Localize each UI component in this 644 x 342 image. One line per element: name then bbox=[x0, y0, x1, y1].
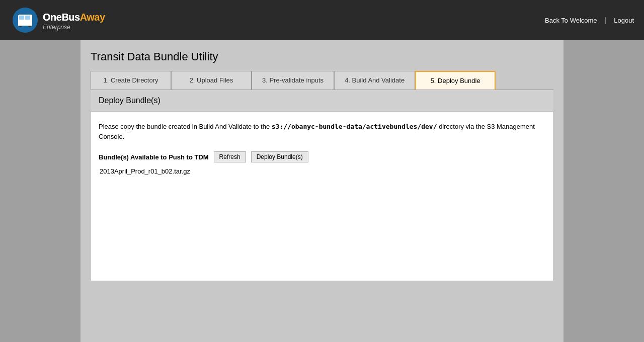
header-nav: Back To Welcome | Logout bbox=[545, 16, 634, 24]
svg-rect-3 bbox=[25, 16, 30, 20]
bundle-section: Bundle(s) Available to Push to TDM Refre… bbox=[99, 151, 545, 162]
logo-svg: OneBus OneBusAway Enterprise bbox=[10, 7, 111, 34]
panel-title: Deploy Bundle(s) bbox=[99, 96, 160, 105]
tab-deploy-bundle[interactable]: 5. Deploy Bundle bbox=[415, 71, 496, 90]
logout-link[interactable]: Logout bbox=[614, 17, 634, 24]
tabs-container: 1. Create Directory 2. Upload Files 3. P… bbox=[91, 71, 553, 90]
svg-text:Enterprise: Enterprise bbox=[43, 24, 70, 31]
main-container: Transit Data Bundle Utility 1. Create Di… bbox=[80, 40, 564, 342]
svg-rect-6 bbox=[18, 23, 32, 26]
bundle-section-label: Bundle(s) Available to Push to TDM bbox=[99, 153, 209, 161]
svg-rect-2 bbox=[19, 16, 24, 20]
back-to-welcome-link[interactable]: Back To Welcome bbox=[545, 17, 597, 24]
tab-pre-validate[interactable]: 3. Pre-validate inputs bbox=[252, 71, 334, 90]
tab-build-validate[interactable]: 4. Build And Validate bbox=[334, 71, 415, 90]
logo-area: OneBus OneBusAway Enterprise bbox=[10, 7, 111, 34]
refresh-button[interactable]: Refresh bbox=[214, 151, 246, 162]
header: OneBus OneBusAway Enterprise Back To Wel… bbox=[0, 0, 644, 40]
info-text: Please copy the bundle created in Build … bbox=[99, 122, 545, 141]
s3-path: s3://obanyc-bundle-data/activebundles/de… bbox=[272, 123, 437, 130]
tab-create-directory[interactable]: 1. Create Directory bbox=[91, 71, 171, 90]
info-text-before: Please copy the bundle created in Build … bbox=[99, 123, 272, 130]
panel-header: Deploy Bundle(s) bbox=[91, 90, 553, 112]
tab-upload-files[interactable]: 2. Upload Files bbox=[171, 71, 252, 90]
deploy-bundles-button[interactable]: Deploy Bundle(s) bbox=[251, 151, 308, 162]
svg-text:OneBusAway: OneBusAway bbox=[43, 12, 106, 23]
page-title: Transit Data Bundle Utility bbox=[91, 50, 553, 63]
content-panel: Deploy Bundle(s) Please copy the bundle … bbox=[91, 90, 553, 281]
nav-separator: | bbox=[605, 16, 607, 24]
bundle-file-item: 2013April_Prod_r01_b02.tar.gz bbox=[99, 167, 545, 175]
panel-body: Please copy the bundle created in Build … bbox=[91, 112, 553, 185]
